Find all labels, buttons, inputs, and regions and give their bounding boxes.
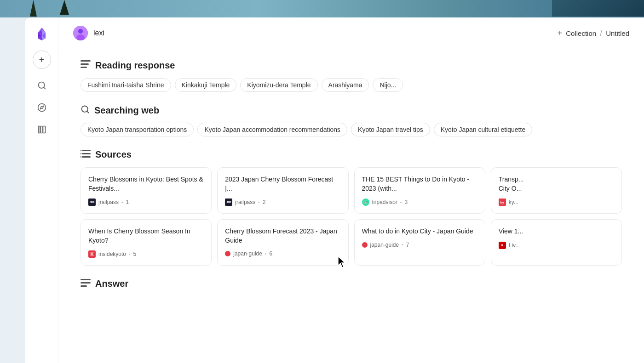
svg-rect-16 [80, 150, 81, 151]
source-site-3: tripadvisor [372, 199, 397, 205]
reading-icon [80, 60, 91, 71]
avatar[interactable] [73, 26, 88, 40]
search-tag-accommodation[interactable]: Kyoto Japan accommodation recommendation… [197, 123, 347, 136]
japan-guide-favicon-6 [225, 251, 230, 256]
svg-rect-29 [80, 285, 87, 287]
svg-point-25 [364, 202, 365, 202]
source-card-5-meta: K insidekyoto • 5 [88, 250, 204, 258]
search-tag-travel-tips[interactable]: Kyoto Japan travel tips [351, 123, 430, 136]
searching-title: Searching web [94, 105, 159, 116]
source-site-6: japan-guide [233, 250, 262, 257]
source-card-4[interactable]: Transp...City O... ky ky... [491, 167, 622, 214]
lines-icon [80, 60, 91, 68]
source-card-6[interactable]: Cherry Blossom Forecast 2023 - Japan Gui… [217, 219, 348, 266]
sources-section: Sources Cherry Blossoms in Kyoto: Best S… [80, 149, 622, 266]
source-card-3[interactable]: THE 15 BEST Things to Do in Kyoto - 2023… [354, 167, 485, 214]
source-card-7-meta: japan-guide • 7 [362, 242, 477, 248]
reading-response-title: Reading response [95, 60, 175, 71]
source-card-3-meta: tripadvisor • 3 [362, 199, 477, 206]
magnifier-icon [80, 105, 90, 114]
tag-kiyomizu[interactable]: Kiyomizu-dera Temple [240, 78, 317, 92]
svg-rect-10 [80, 60, 91, 62]
source-num-7: 7 [406, 242, 409, 248]
source-site-1: jrailpass [98, 199, 119, 205]
search-tag-cultural[interactable]: Kyoto Japan cultural etiquette [434, 123, 532, 136]
app-logo[interactable] [33, 25, 51, 43]
sources-lines-icon [80, 150, 91, 158]
source-num-3: 3 [404, 199, 408, 205]
source-dot-7: • [402, 242, 403, 247]
searching-search-icon [80, 105, 90, 116]
plus-icon: + [39, 55, 45, 65]
svg-line-1 [43, 87, 45, 89]
svg-point-26 [366, 202, 367, 202]
source-card-1-title: Cherry Blossoms in Kyoto: Best Spots & F… [88, 175, 204, 193]
source-site-7: japan-guide [370, 242, 399, 248]
header: lexi + Collection / Untitled [58, 17, 644, 49]
source-num-2: 2 [263, 199, 266, 205]
source-dot-2: • [258, 200, 260, 205]
svg-rect-17 [82, 153, 91, 154]
sidebar-item-discover[interactable] [33, 98, 51, 117]
collection-label[interactable]: Collection [566, 29, 596, 37]
svg-rect-15 [82, 150, 91, 151]
source-card-7[interactable]: What to do in Kyoto City - Japan Guide j… [354, 219, 485, 266]
svg-point-2 [38, 104, 46, 112]
tag-fushimi[interactable]: Fushimi Inari-taisha Shrine [80, 78, 171, 92]
reading-tags-row: Fushimi Inari-taisha Shrine Kinkakuji Te… [80, 78, 622, 92]
answer-icon [80, 279, 91, 289]
new-conversation-button[interactable]: + [33, 51, 51, 69]
source-card-4-title: Transp...City O... [499, 175, 614, 193]
source-card-6-title: Cherry Blossom Forecast 2023 - Japan Gui… [225, 227, 340, 245]
tag-kinkakuji[interactable]: Kinkakuji Temple [175, 78, 237, 92]
jrailpass-favicon-2: JRP [225, 199, 232, 206]
tripadvisor-favicon [362, 199, 369, 206]
source-site-5: insidekyoto [98, 251, 126, 257]
source-card-7-title: What to do in Kyoto City - Japan Guide [362, 227, 477, 236]
answer-title: Answer [95, 278, 128, 289]
source-card-5-title: When Is Cherry Blossom Season In Kyoto? [88, 227, 204, 245]
tag-nijo[interactable]: Nijo... [373, 78, 403, 92]
svg-rect-6 [43, 126, 45, 133]
source-site-8: Liv... [509, 242, 520, 249]
source-num-6: 6 [269, 250, 272, 257]
collection-plus-icon[interactable]: + [558, 28, 563, 38]
svg-rect-20 [80, 156, 81, 158]
search-icon [37, 81, 46, 90]
source-card-5[interactable]: When Is Cherry Blossom Season In Kyoto? … [80, 219, 212, 266]
avatar-image [73, 26, 88, 40]
answer-section: Answer [80, 278, 622, 289]
answer-header: Answer [80, 278, 622, 289]
svg-point-8 [78, 29, 83, 34]
source-card-4-meta: ky ky... [499, 199, 614, 206]
source-num-5: 5 [133, 251, 137, 257]
tag-arashiyama[interactable]: Arashiyama [322, 78, 369, 92]
insidekyoto-favicon: K [88, 250, 96, 258]
source-dot-3: • [400, 200, 402, 205]
collection-nav: + Collection / Untitled [558, 28, 629, 38]
source-card-8[interactable]: View 1... K Liv... [491, 219, 622, 266]
source-card-2[interactable]: 2023 Japan Cherry Blossom Forecast |... … [217, 167, 348, 214]
kyoto-favicon-4: ky [499, 199, 506, 206]
user-name-label: lexi [93, 29, 104, 37]
sidebar-item-library[interactable] [33, 120, 51, 139]
sources-grid: Cherry Blossoms in Kyoto: Best Spots & F… [80, 167, 622, 266]
svg-rect-4 [38, 126, 40, 133]
search-tag-transportation[interactable]: Kyoto Japan transportation options [80, 123, 194, 136]
main-content: lexi + Collection / Untitled [58, 17, 644, 363]
svg-rect-11 [80, 63, 89, 65]
sources-icon [80, 150, 91, 160]
source-dot-5: • [129, 252, 131, 257]
svg-rect-19 [82, 156, 91, 158]
search-tags-row: Kyoto Japan transportation options Kyoto… [80, 123, 622, 136]
sidebar-item-search[interactable] [33, 76, 51, 95]
sources-title: Sources [95, 149, 132, 160]
svg-rect-5 [40, 126, 42, 133]
source-card-8-meta: K Liv... [499, 242, 614, 249]
nav-separator: / [600, 28, 602, 38]
source-num-1: 1 [126, 199, 129, 205]
source-card-1[interactable]: Cherry Blossoms in Kyoto: Best Spots & F… [80, 167, 212, 214]
untitled-label[interactable]: Untitled [606, 29, 629, 37]
svg-marker-3 [40, 106, 43, 109]
source-site-2: jrailpass [235, 199, 255, 205]
